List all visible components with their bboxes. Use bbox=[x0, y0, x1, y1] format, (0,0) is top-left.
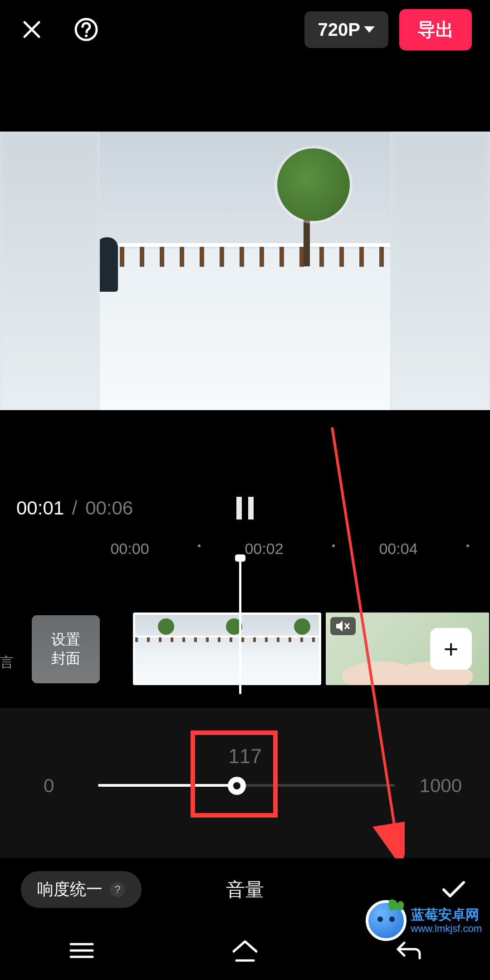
site-watermark: 蓝莓安卓网 www.lmkjsf.com bbox=[366, 900, 482, 941]
chevron-down-icon bbox=[364, 26, 375, 33]
watermark-text: 蓝莓安卓网 www.lmkjsf.com bbox=[411, 906, 482, 935]
timecode: 00:01 / 00:06 bbox=[16, 497, 133, 519]
add-clip-button[interactable]: + bbox=[430, 628, 472, 670]
preview-blur-right bbox=[390, 132, 490, 410]
preview-blur-left bbox=[0, 132, 100, 410]
nav-recent-button[interactable] bbox=[65, 934, 98, 967]
ruler-tick-label: 00:02 bbox=[245, 540, 283, 558]
ruler-dot bbox=[332, 544, 335, 547]
loudness-label: 响度统一 bbox=[37, 878, 103, 901]
set-cover-button[interactable]: 设置 封面 bbox=[32, 615, 100, 683]
volume-min-label: 0 bbox=[44, 775, 54, 797]
watermark-title: 蓝莓安卓网 bbox=[411, 906, 482, 923]
watermark-url: www.lmkjsf.com bbox=[411, 923, 482, 935]
preview-frame bbox=[100, 132, 390, 410]
timeline-ruler[interactable]: 00:00 00:02 00:04 bbox=[0, 540, 490, 567]
audio-track-stub: 言 bbox=[0, 653, 14, 672]
help-button[interactable] bbox=[73, 16, 100, 43]
ruler-dot bbox=[198, 544, 201, 547]
time-current: 00:01 bbox=[16, 497, 64, 519]
ruler-dot bbox=[466, 544, 469, 547]
plus-icon: + bbox=[444, 634, 459, 664]
help-icon bbox=[74, 17, 98, 42]
pause-icon bbox=[236, 497, 242, 519]
panel-title: 音量 bbox=[226, 877, 264, 902]
close-icon bbox=[21, 19, 43, 40]
back-icon bbox=[395, 939, 421, 962]
video-preview[interactable] bbox=[0, 132, 490, 410]
ruler-tick-label: 00:00 bbox=[110, 540, 149, 558]
mute-badge[interactable] bbox=[330, 617, 356, 635]
annotation-highlight-box bbox=[191, 730, 278, 818]
loudness-normalize-button[interactable]: 响度统一 ? bbox=[21, 871, 142, 908]
nav-home-button[interactable] bbox=[229, 934, 261, 967]
volume-max-label: 1000 bbox=[420, 775, 462, 797]
home-icon bbox=[231, 939, 259, 962]
time-duration: 00:06 bbox=[85, 497, 133, 519]
clips-track: 设置 封面 + bbox=[0, 599, 490, 690]
resolution-dropdown[interactable]: 720P bbox=[304, 11, 388, 48]
menu-icon bbox=[69, 941, 94, 960]
set-cover-label: 设置 封面 bbox=[51, 630, 80, 668]
pause-icon bbox=[248, 497, 254, 519]
time-separator: / bbox=[72, 497, 78, 519]
playback-bar: 00:01 / 00:06 bbox=[0, 490, 490, 526]
loudness-help-icon[interactable]: ? bbox=[110, 882, 125, 897]
export-button[interactable]: 导出 bbox=[399, 9, 472, 50]
confirm-button[interactable] bbox=[440, 876, 467, 903]
speaker-muted-icon bbox=[335, 620, 351, 632]
close-button[interactable] bbox=[18, 16, 45, 43]
pause-button[interactable] bbox=[236, 497, 254, 519]
playhead[interactable] bbox=[239, 558, 241, 694]
watermark-logo-icon bbox=[366, 900, 407, 941]
check-icon bbox=[441, 880, 466, 900]
clip-selected[interactable] bbox=[133, 612, 321, 685]
resolution-label: 720P bbox=[318, 20, 360, 40]
editor-header: 720P 导出 bbox=[0, 0, 490, 59]
ruler-tick-label: 00:04 bbox=[379, 540, 417, 558]
svg-point-1 bbox=[85, 34, 88, 37]
